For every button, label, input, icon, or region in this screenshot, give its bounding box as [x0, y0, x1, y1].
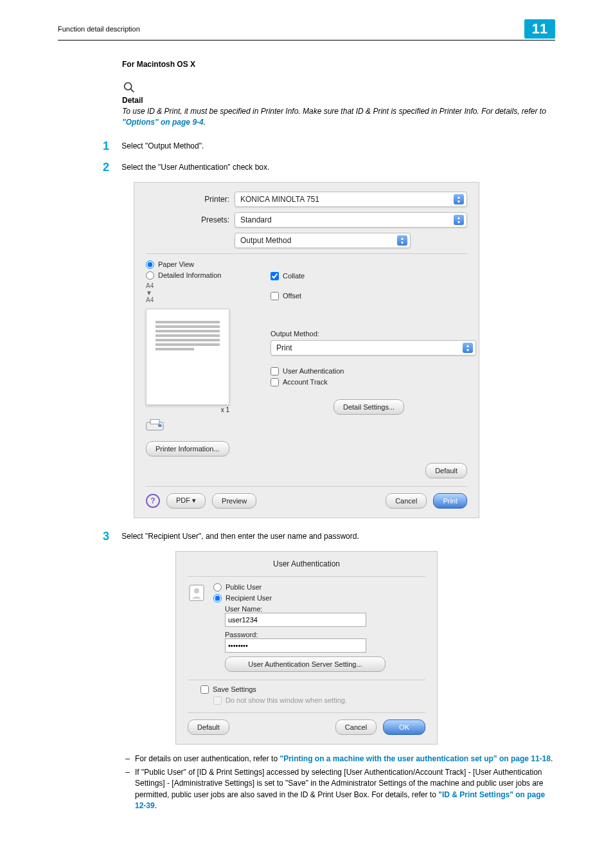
- section-select[interactable]: Output Method ▲▼: [235, 233, 411, 248]
- detailed-info-radio-input[interactable]: [146, 271, 154, 280]
- save-settings-check[interactable]: Save Settings: [200, 685, 425, 694]
- pdf-button[interactable]: PDF ▾: [166, 493, 206, 509]
- printer-label: Printer:: [146, 195, 229, 204]
- help-icon[interactable]: ?: [146, 494, 160, 508]
- preview-button[interactable]: Preview: [212, 493, 256, 509]
- chapter-badge: 11: [524, 19, 555, 39]
- svg-text:?: ?: [150, 496, 155, 505]
- collate-label: Collate: [283, 272, 305, 280]
- public-user-radio-input[interactable]: [213, 583, 222, 592]
- paper-preview: [146, 309, 229, 405]
- offset-check-input[interactable]: [271, 292, 279, 300]
- output-method-select[interactable]: Print ▲▼: [271, 340, 476, 356]
- paper-view-radio-input[interactable]: [146, 260, 154, 269]
- step-1-num: 1: [103, 140, 120, 153]
- section-value: Output Method: [240, 236, 291, 245]
- noshow-check: Do not show this window when setting.: [213, 696, 425, 705]
- output-method-heading: Output Method:: [271, 330, 467, 338]
- account-track-label: Account Track: [283, 378, 328, 386]
- svg-point-8: [194, 588, 199, 593]
- bullet-dash: –: [122, 767, 130, 812]
- svg-rect-3: [150, 419, 159, 424]
- paper-view-radio[interactable]: Paper View: [146, 260, 255, 269]
- cancel-button[interactable]: Cancel: [386, 493, 427, 509]
- recipient-user-radio[interactable]: Recipient User: [213, 594, 425, 602]
- detail-settings-button[interactable]: Detail Settings...: [333, 399, 404, 415]
- ua-default-button[interactable]: Default: [188, 719, 229, 735]
- presets-select[interactable]: Standard ▲▼: [235, 212, 467, 228]
- recipient-user-radio-input[interactable]: [213, 594, 222, 602]
- ua-server-setting-button[interactable]: User Authentication Server Setting...: [225, 656, 386, 672]
- svg-rect-4: [158, 424, 161, 427]
- presets-label: Presets:: [146, 215, 229, 224]
- header-section: Function detail description: [58, 25, 140, 33]
- post2-post: .: [155, 801, 157, 810]
- printer-info-button[interactable]: Printer Information...: [146, 441, 229, 457]
- dropdown-arrows-icon: ▲▼: [454, 215, 464, 225]
- default-button[interactable]: Default: [425, 463, 467, 478]
- step-3-text: Select "Recipient User", and then enter …: [121, 531, 359, 540]
- meta-arrow: ▼: [146, 289, 152, 296]
- printer-icon: [146, 419, 164, 433]
- meta-a4-2: A4: [146, 296, 154, 303]
- bullet-dash: –: [122, 754, 130, 764]
- save-settings-label: Save Settings: [213, 685, 256, 693]
- printer-select[interactable]: KONICA MINOLTA 751 ▲▼: [235, 192, 467, 207]
- ua-title: User Authentication: [188, 559, 425, 568]
- detail-title: Detail: [122, 96, 555, 105]
- presets-value: Standard: [240, 215, 272, 224]
- dropdown-arrows-icon: ▲▼: [463, 343, 473, 353]
- user-auth-dialog: User Authentication Public User Recipien…: [175, 551, 438, 745]
- magnifier-icon: [122, 80, 136, 95]
- step-3-num: 3: [103, 530, 120, 543]
- user-auth-label: User Authentication: [283, 367, 344, 375]
- account-track-check-input[interactable]: [271, 378, 279, 386]
- post-item-1: For details on user authentication, refe…: [135, 754, 555, 764]
- user-auth-check-input[interactable]: [271, 367, 279, 375]
- paper-view-label: Paper View: [158, 260, 194, 268]
- svg-point-0: [125, 83, 132, 90]
- post1-pre: For details on user authentication, refe…: [135, 754, 280, 763]
- copy-count: x 1: [146, 406, 229, 413]
- detailed-info-radio[interactable]: Detailed Information: [146, 271, 255, 280]
- password-label: Password:: [225, 631, 425, 638]
- password-input[interactable]: [225, 638, 366, 653]
- options-link[interactable]: "Options" on page 9-4: [122, 118, 204, 127]
- ua-cancel-button[interactable]: Cancel: [335, 719, 377, 735]
- collate-check[interactable]: Collate: [271, 272, 467, 280]
- detail-body: To use ID & Print, it must be specified …: [122, 106, 555, 128]
- detail-body-pre: To use ID & Print, it must be specified …: [122, 107, 546, 116]
- post1-link[interactable]: "Printing on a machine with the user aut…: [280, 754, 550, 763]
- user-icon: [188, 583, 206, 604]
- output-method-value: Print: [276, 343, 292, 352]
- ua-ok-button[interactable]: OK: [383, 719, 425, 735]
- step-2-text: Select the "User Authentication" check b…: [121, 162, 269, 171]
- dropdown-arrows-icon: ▲▼: [397, 235, 407, 246]
- offset-check[interactable]: Offset: [271, 292, 467, 300]
- dropdown-arrows-icon: ▲▼: [454, 194, 464, 204]
- post-item-2: If "Public User" of [ID & Print Settings…: [135, 767, 555, 812]
- public-user-label: Public User: [226, 583, 262, 591]
- noshow-label: Do not show this window when setting.: [226, 696, 347, 704]
- detailed-info-label: Detailed Information: [158, 271, 221, 279]
- user-auth-check[interactable]: User Authentication: [271, 367, 467, 375]
- step-1-text: Select "Output Method".: [121, 141, 204, 150]
- print-dialog: Printer: KONICA MINOLTA 751 ▲▼ Presets: …: [134, 182, 479, 518]
- recipient-user-label: Recipient User: [226, 594, 272, 602]
- save-settings-check-input[interactable]: [200, 685, 209, 694]
- offset-label: Offset: [283, 292, 301, 300]
- account-track-check[interactable]: Account Track: [271, 378, 467, 386]
- svg-line-1: [131, 89, 134, 93]
- username-input[interactable]: [225, 613, 366, 627]
- step-2-num: 2: [103, 161, 120, 174]
- noshow-check-input: [213, 696, 222, 705]
- printer-value: KONICA MINOLTA 751: [240, 195, 319, 204]
- print-button[interactable]: Print: [433, 493, 467, 509]
- username-label: User Name:: [225, 605, 425, 613]
- meta-a4-1: A4: [146, 282, 154, 289]
- collate-check-input[interactable]: [271, 272, 279, 280]
- post1-post: .: [551, 754, 553, 763]
- subheading: For Macintosh OS X: [122, 60, 555, 69]
- detail-body-post: .: [204, 118, 206, 127]
- public-user-radio[interactable]: Public User: [213, 583, 425, 592]
